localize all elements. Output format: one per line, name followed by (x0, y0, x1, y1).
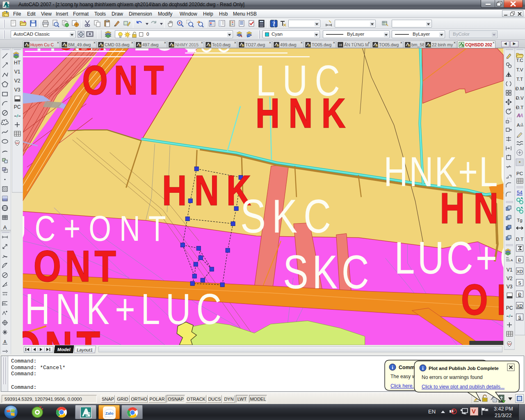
svg-text:V3: V3 (14, 87, 21, 93)
svg-text:V1: V1 (14, 69, 21, 75)
svg-text:XD: XD (517, 269, 523, 274)
svg-text:Plot and Publish Job Complete: Plot and Publish Job Complete (429, 365, 499, 371)
svg-text:Zalo: Zalo (105, 411, 114, 415)
svg-text:SKC: SKC (240, 189, 337, 242)
svg-text:Tg: Tg (517, 218, 522, 223)
svg-text:S: S (518, 315, 521, 320)
svg-text:HNK: HNK (256, 90, 354, 137)
svg-text:No errors or warnings found: No errors or warnings found (422, 374, 483, 380)
svg-text:V2: V2 (507, 276, 513, 281)
svg-text:ONT: ONT (461, 276, 504, 324)
svg-text:T.V: T.V (516, 67, 523, 72)
svg-text:T.C: T.C (516, 58, 523, 63)
svg-text:Đ: Đ (518, 292, 521, 297)
svg-text:PC: PC (14, 104, 21, 110)
svg-text:Đ.V: Đ.V (516, 96, 524, 100)
svg-text:HT: HT (14, 60, 21, 66)
svg-text:-1: -1 (520, 122, 523, 126)
svg-text:ONT: ONT (23, 322, 104, 345)
svg-text:ONT: ONT (82, 57, 170, 103)
svg-text:Click here.: Click here. (390, 383, 414, 389)
svg-text:A: A (519, 113, 523, 119)
svg-text:D.T: D.T (516, 237, 524, 242)
svg-text:PC: PC (516, 171, 523, 176)
svg-text:Đ.T: Đ.T (516, 105, 524, 110)
svg-text:V2: V2 (14, 78, 21, 84)
svg-text:SKC: SKC (283, 245, 373, 298)
svg-text:HNK: HNK (440, 184, 504, 232)
svg-text:ONT: ONT (34, 242, 120, 291)
svg-text:Đ.M: Đ.M (515, 86, 524, 91)
svg-text:54: 54 (517, 190, 523, 196)
svg-text:V3: V3 (507, 284, 513, 290)
svg-text:ONT: ONT (58, 48, 112, 55)
svg-text:PC: PC (506, 305, 513, 311)
svg-text:Click to view plot and publish: Click to view plot and publish details..… (422, 384, 504, 390)
svg-text:16: 16 (339, 43, 342, 46)
svg-text:XD: XD (517, 304, 523, 308)
svg-text:T.T: T.T (516, 77, 523, 82)
svg-text:Đ: Đ (518, 258, 521, 262)
svg-text:V1: V1 (507, 267, 513, 273)
svg-text:S: S (518, 281, 521, 285)
svg-text:A: A (511, 258, 513, 262)
svg-text:A: A (517, 123, 520, 128)
svg-text:A: A (4, 340, 7, 344)
svg-text:A: A (3, 224, 7, 231)
